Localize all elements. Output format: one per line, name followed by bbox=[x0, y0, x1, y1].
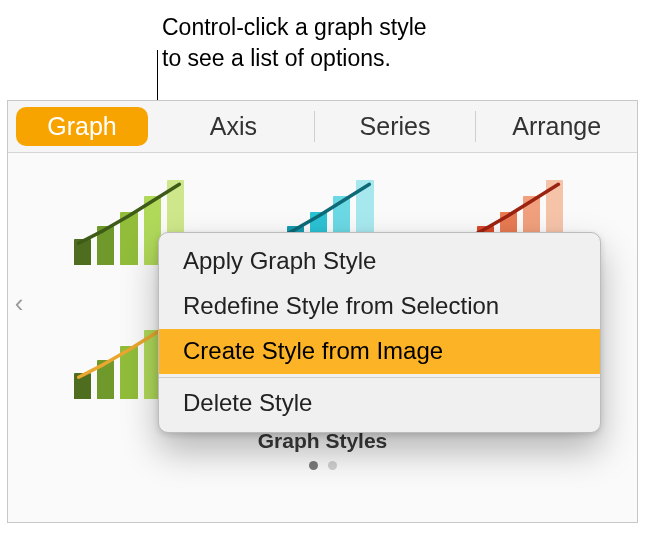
page-dot[interactable] bbox=[328, 461, 337, 470]
menu-delete-style[interactable]: Delete Style bbox=[159, 381, 600, 426]
chart-bar-icon bbox=[74, 373, 91, 399]
chevron-left-icon[interactable]: ‹ bbox=[8, 283, 30, 323]
tab-arrange[interactable]: Arrange bbox=[476, 101, 637, 152]
callout-text: Control-click a graph style to see a lis… bbox=[162, 12, 427, 74]
chart-bar-icon bbox=[120, 346, 137, 399]
callout-line1: Control-click a graph style bbox=[162, 12, 427, 43]
chart-bar-icon bbox=[74, 239, 91, 265]
menu-create-style-from-image[interactable]: Create Style from Image bbox=[159, 329, 600, 374]
tab-series[interactable]: Series bbox=[315, 101, 476, 152]
inspector-tabbar: Graph Axis Series Arrange bbox=[8, 101, 637, 153]
chart-bar-icon bbox=[97, 226, 114, 265]
menu-separator bbox=[159, 377, 600, 378]
chart-bar-icon bbox=[97, 360, 114, 399]
page-dot[interactable] bbox=[309, 461, 318, 470]
tab-axis[interactable]: Axis bbox=[153, 101, 314, 152]
tab-graph[interactable]: Graph bbox=[16, 107, 148, 146]
chart-bar-icon bbox=[120, 212, 137, 265]
page-indicator[interactable] bbox=[20, 461, 625, 470]
context-menu: Apply Graph Style Redefine Style from Se… bbox=[158, 232, 601, 433]
menu-apply-graph-style[interactable]: Apply Graph Style bbox=[159, 239, 600, 284]
callout-line2: to see a list of options. bbox=[162, 43, 427, 74]
menu-redefine-style[interactable]: Redefine Style from Selection bbox=[159, 284, 600, 329]
